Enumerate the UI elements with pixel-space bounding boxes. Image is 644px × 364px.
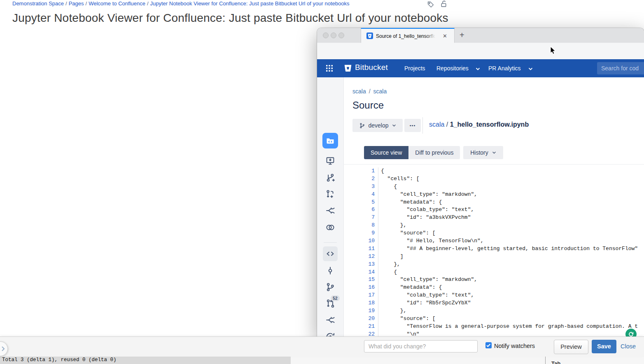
code-line: 6 "colab_type": "text", — [343, 206, 644, 214]
code-text: "metadata": { — [381, 199, 442, 205]
line-number: 12 — [343, 253, 378, 261]
bitbucket-logo-icon[interactable] — [343, 64, 352, 73]
code-text: { — [381, 269, 397, 275]
create-branch-icon[interactable] — [325, 173, 335, 183]
file-path-breadcrumb: scala / 1_hello_tensorflow.ipynb — [429, 121, 529, 128]
chevron-down-icon — [392, 124, 396, 127]
line-number: 21 — [343, 323, 378, 331]
code-text: { — [381, 183, 397, 190]
search-input[interactable] — [597, 62, 644, 74]
window-close-button[interactable] — [323, 32, 329, 38]
window-minimize-button[interactable] — [331, 32, 336, 38]
code-line: 20 "source": [ — [343, 315, 644, 323]
nav-pr-analytics[interactable]: PR Analytics — [488, 65, 521, 72]
code-text: "id": "Rb5rSpcZvYbX" — [381, 300, 471, 306]
create-pull-request-icon[interactable] — [325, 189, 335, 199]
line-number: 20 — [343, 315, 378, 323]
chevron-down-icon — [476, 67, 480, 70]
source-code-icon — [326, 250, 334, 258]
line-number: 5 — [343, 199, 378, 206]
code-text: "cells": [ — [381, 176, 420, 182]
sidebar-item-source-active[interactable] — [323, 246, 338, 261]
branches-icon[interactable] — [325, 282, 335, 292]
code-text: "colab_type": "text", — [381, 292, 474, 298]
code-line: 8 }, — [343, 222, 644, 230]
screen: Demonstration Space/Pages/Welcome to Con… — [0, 0, 644, 364]
labels-tag-icon[interactable] — [427, 1, 434, 8]
tab-source-view[interactable]: Source view — [364, 146, 408, 159]
breadcrumb-separator: / — [369, 88, 371, 95]
tab-diff-to-previous[interactable]: Diff to previous — [408, 146, 460, 159]
code-text: { — [381, 168, 384, 174]
code-text: "source": [ — [381, 315, 436, 322]
line-number: 3 — [343, 183, 378, 191]
breadcrumb-link-welcome[interactable]: Welcome to Confluence — [89, 0, 145, 7]
line-number: 13 — [343, 261, 378, 269]
history-dropdown-button[interactable]: History — [463, 146, 503, 159]
more-actions-button[interactable]: ••• — [404, 119, 421, 132]
preview-button[interactable]: Preview — [554, 340, 588, 354]
chevron-down-icon — [528, 67, 533, 70]
compare-circles-icon[interactable] — [325, 223, 335, 232]
bitbucket-logo-text[interactable]: Bitbucket — [355, 63, 388, 72]
browser-tab[interactable]: Source of 1_hello_tensorflow.ipy ✕ — [361, 28, 455, 43]
window-zoom-button[interactable] — [338, 32, 344, 38]
breadcrumb: Demonstration Space/Pages/Welcome to Con… — [12, 0, 349, 7]
nav-projects[interactable]: Projects — [404, 65, 425, 72]
breadcrumb-repo-link[interactable]: scala — [373, 88, 387, 95]
change-comment-input[interactable] — [364, 340, 478, 352]
code-line: 4 "cell_type": "markdown", — [343, 191, 644, 199]
code-line: 5 "metadata": { — [343, 199, 644, 206]
code-text: "cell_type": "markdown", — [381, 191, 477, 197]
branch-icon — [359, 123, 365, 129]
branch-name: develop — [368, 122, 388, 129]
repo-breadcrumb: scala/scala — [352, 88, 387, 95]
unlock-icon[interactable] — [440, 0, 448, 8]
nav-repositories[interactable]: Repositories — [436, 65, 469, 72]
new-tab-button[interactable]: + — [460, 30, 464, 40]
line-number: 19 — [343, 307, 378, 315]
bottom-right-panel: Tab — [291, 357, 644, 364]
pull-request-count-badge: 52 — [331, 295, 340, 301]
code-line: 3 { — [343, 183, 644, 191]
commits-icon[interactable] — [325, 266, 335, 276]
tab-close-icon[interactable]: ✕ — [443, 33, 447, 39]
code-line: 17 "colab_type": "text", — [343, 292, 644, 299]
breadcrumb-project-link[interactable]: scala — [352, 88, 366, 95]
bitbucket-navbar: Bitbucket Projects Repositories PR Analy… — [317, 59, 644, 77]
code-text: ] — [381, 253, 404, 260]
clone-icon[interactable] — [325, 156, 335, 166]
code-line: 11 "## A beginner-level, getting started… — [343, 245, 644, 253]
file-path-repo-link[interactable]: scala — [429, 121, 444, 128]
sidebar-item-repository-active[interactable] — [322, 133, 338, 148]
close-link[interactable]: Close — [621, 343, 636, 350]
code-line: 13 }, — [343, 261, 644, 269]
forks-icon[interactable] — [325, 315, 335, 325]
breadcrumb-link-current[interactable]: Jupyter Notebook Viewer for Confluence: … — [150, 0, 350, 7]
code-line: 16 "metadata": { — [343, 284, 644, 292]
code-line: 9 "source": [ — [343, 230, 644, 237]
code-text: }, — [381, 261, 400, 267]
notify-watchers-checkbox[interactable] — [485, 342, 492, 348]
app-switcher-icon[interactable] — [326, 65, 333, 72]
breadcrumb-link-pages[interactable]: Pages — [69, 0, 84, 7]
line-number: 8 — [343, 222, 378, 230]
code-text: "cell_type": "markdown", — [381, 276, 477, 283]
breadcrumb-separator: / — [65, 0, 67, 7]
clipped-text: Tab — [551, 360, 560, 364]
toolbar-divider — [422, 117, 423, 134]
bottom-strip: Tab Total 3 (delta 1), reused 0 (delta 0… — [0, 356, 644, 364]
code-text: "source": [ — [381, 230, 436, 236]
code-line: 7 "id": "a3bskVXPvchm" — [343, 214, 644, 222]
compare-fork-icon[interactable] — [325, 206, 335, 216]
line-number: 11 — [343, 245, 378, 253]
notify-watchers-label: Notify watchers — [494, 343, 535, 349]
save-button[interactable]: Save — [592, 340, 616, 353]
breadcrumb-link-space[interactable]: Demonstration Space — [12, 0, 64, 7]
code-text: "TensorFlow is a general-purpose system … — [381, 323, 638, 329]
terminal-output: Total 3 (delta 1), reused 0 (delta 0) — [2, 357, 117, 363]
line-number: 17 — [343, 292, 378, 299]
line-number: 18 — [343, 299, 378, 307]
line-number: 1 — [343, 167, 378, 175]
branch-selector-button[interactable]: develop — [352, 119, 403, 132]
